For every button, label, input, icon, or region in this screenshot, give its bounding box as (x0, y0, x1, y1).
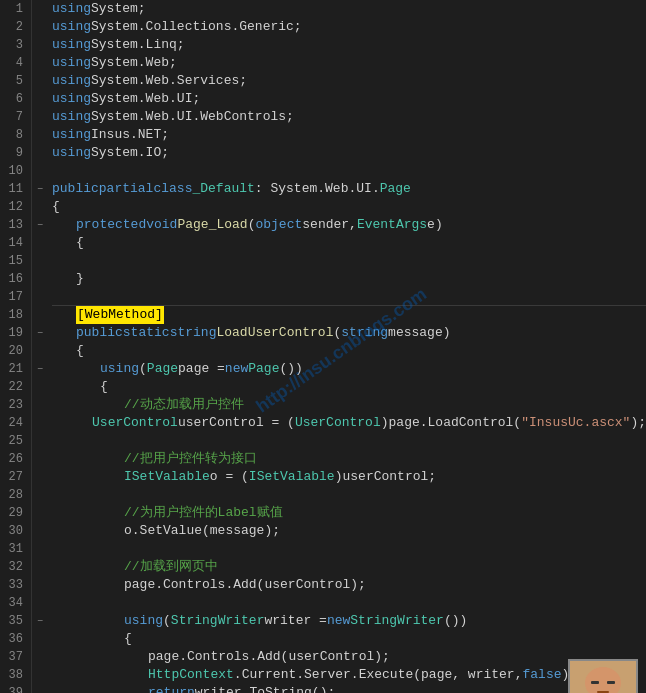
code-line-14: { (52, 234, 646, 252)
code-line-19: public static string LoadUserControl(str… (52, 324, 646, 342)
code-line-32: //加载到网页中 (52, 558, 646, 576)
code-line-36: { (52, 630, 646, 648)
fold-icon-35[interactable]: − (32, 612, 48, 630)
code-line-27: ISetValable o = (ISetValable)userControl… (52, 468, 646, 486)
code-line-10 (52, 162, 646, 180)
code-line-1: using System; (52, 0, 646, 18)
fold-icon-19[interactable]: − (32, 324, 48, 342)
code-line-17 (52, 288, 646, 306)
code-line-31 (52, 540, 646, 558)
code-line-18: [WebMethod] (52, 306, 646, 324)
fold-icon-13[interactable]: − (32, 216, 48, 234)
code-line-5: using System.Web.Services; (52, 72, 646, 90)
code-line-28 (52, 486, 646, 504)
code-line-9: using System.IO; (52, 144, 646, 162)
code-line-16: } (52, 270, 646, 288)
avatar (568, 659, 638, 693)
code-line-39: return writer.ToString(); (52, 684, 646, 693)
line-numbers: 12345 678910 1112131415 1617181920 21222… (0, 0, 32, 693)
code-line-33: page.Controls.Add(userControl); (52, 576, 646, 594)
code-line-24: UserControl userControl = (UserControl)p… (52, 414, 646, 432)
code-line-34 (52, 594, 646, 612)
code-line-12: { (52, 198, 646, 216)
code-area: using System; using System.Collections.G… (48, 0, 646, 693)
code-line-20: { (52, 342, 646, 360)
code-editor: 12345 678910 1112131415 1617181920 21222… (0, 0, 646, 693)
code-line-26: //把用户控件转为接口 (52, 450, 646, 468)
code-line-25 (52, 432, 646, 450)
fold-gutter[interactable]: − − − − − (32, 0, 48, 693)
code-line-7: using System.Web.UI.WebControls; (52, 108, 646, 126)
code-line-6: using System.Web.UI; (52, 90, 646, 108)
code-line-38: HttpContext.Current.Server.Execute(page,… (52, 666, 646, 684)
fold-icon-11[interactable]: − (32, 180, 48, 198)
code-line-3: using System.Linq; (52, 36, 646, 54)
code-line-15 (52, 252, 646, 270)
avatar-face (585, 667, 621, 693)
code-line-23: //动态加载用户控件 (52, 396, 646, 414)
code-line-11: public partial class _Default : System.W… (52, 180, 646, 198)
code-line-8: using Insus.NET; (52, 126, 646, 144)
code-line-29: //为用户控件的Label赋值 (52, 504, 646, 522)
code-line-22: { (52, 378, 646, 396)
fold-icon-21[interactable]: − (32, 360, 48, 378)
code-line-13: protected void Page_Load(object sender, … (52, 216, 646, 234)
code-line-2: using System.Collections.Generic; (52, 18, 646, 36)
code-line-30: o.SetValue(message); (52, 522, 646, 540)
code-line-21: using (Page page = new Page()) (52, 360, 646, 378)
code-line-4: using System.Web; (52, 54, 646, 72)
code-line-37: page.Controls.Add(userControl); (52, 648, 646, 666)
code-line-35: using (StringWriter writer = new StringW… (52, 612, 646, 630)
